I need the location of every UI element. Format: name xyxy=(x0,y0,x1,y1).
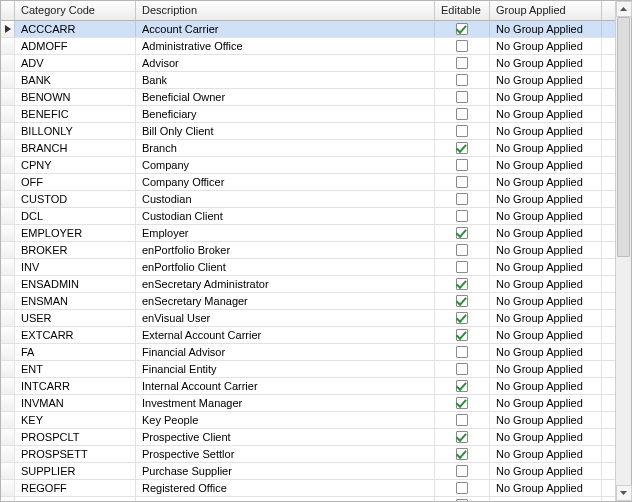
row-indicator[interactable] xyxy=(1,412,15,428)
cell-group-applied[interactable]: No Group Applied xyxy=(490,140,602,156)
cell-editable[interactable] xyxy=(435,157,490,173)
cell-description[interactable]: Key People xyxy=(136,412,435,428)
table-row[interactable]: FAFinancial AdvisorNo Group Applied xyxy=(1,344,615,361)
cell-category-code[interactable]: BROKER xyxy=(15,242,136,258)
row-indicator[interactable] xyxy=(1,38,15,54)
header-row-indicator[interactable] xyxy=(1,1,15,20)
cell-description[interactable]: Account Carrier xyxy=(136,21,435,37)
table-row[interactable]: ENSADMINenSecretary AdministratorNo Grou… xyxy=(1,276,615,293)
cell-category-code[interactable]: PROSPSETT xyxy=(15,446,136,462)
cell-group-applied[interactable]: No Group Applied xyxy=(490,123,602,139)
cell-editable[interactable] xyxy=(435,38,490,54)
table-row[interactable]: ACCCARRAccount CarrierNo Group Applied xyxy=(1,21,615,38)
row-indicator[interactable] xyxy=(1,463,15,479)
cell-group-applied[interactable]: No Group Applied xyxy=(490,293,602,309)
table-row[interactable]: SETTLORSettlorNo Group Applied xyxy=(1,497,615,501)
cell-category-code[interactable]: BANK xyxy=(15,72,136,88)
cell-description[interactable]: enPortfolio Broker xyxy=(136,242,435,258)
cell-description[interactable]: Settlor xyxy=(136,497,435,501)
cell-group-applied[interactable]: No Group Applied xyxy=(490,327,602,343)
row-indicator[interactable] xyxy=(1,293,15,309)
table-row[interactable]: INVMANInvestment ManagerNo Group Applied xyxy=(1,395,615,412)
table-row[interactable]: ENSMANenSecretary ManagerNo Group Applie… xyxy=(1,293,615,310)
cell-category-code[interactable]: INVMAN xyxy=(15,395,136,411)
cell-editable[interactable] xyxy=(435,497,490,501)
cell-editable[interactable] xyxy=(435,191,490,207)
cell-editable[interactable] xyxy=(435,378,490,394)
cell-group-applied[interactable]: No Group Applied xyxy=(490,480,602,496)
table-row[interactable]: EXTCARRExternal Account CarrierNo Group … xyxy=(1,327,615,344)
scroll-thumb[interactable] xyxy=(617,17,630,257)
row-indicator[interactable] xyxy=(1,242,15,258)
editable-checkbox[interactable] xyxy=(456,210,468,222)
cell-category-code[interactable]: FA xyxy=(15,344,136,360)
editable-checkbox[interactable] xyxy=(456,363,468,375)
editable-checkbox[interactable] xyxy=(456,448,468,460)
cell-description[interactable]: Registered Office xyxy=(136,480,435,496)
cell-editable[interactable] xyxy=(435,446,490,462)
table-row[interactable]: INTCARRInternal Account CarrierNo Group … xyxy=(1,378,615,395)
cell-editable[interactable] xyxy=(435,361,490,377)
cell-description[interactable]: Internal Account Carrier xyxy=(136,378,435,394)
cell-description[interactable]: Financial Advisor xyxy=(136,344,435,360)
editable-checkbox[interactable] xyxy=(456,431,468,443)
editable-checkbox[interactable] xyxy=(456,142,468,154)
table-row[interactable]: CPNYCompanyNo Group Applied xyxy=(1,157,615,174)
row-indicator[interactable] xyxy=(1,446,15,462)
header-editable[interactable]: Editable xyxy=(435,1,490,20)
cell-category-code[interactable]: ADMOFF xyxy=(15,38,136,54)
cell-group-applied[interactable]: No Group Applied xyxy=(490,89,602,105)
cell-description[interactable]: Investment Manager xyxy=(136,395,435,411)
row-indicator[interactable] xyxy=(1,106,15,122)
cell-description[interactable]: External Account Carrier xyxy=(136,327,435,343)
table-row[interactable]: BENOWNBeneficial OwnerNo Group Applied xyxy=(1,89,615,106)
cell-category-code[interactable]: PROSPCLT xyxy=(15,429,136,445)
cell-editable[interactable] xyxy=(435,276,490,292)
cell-group-applied[interactable]: No Group Applied xyxy=(490,344,602,360)
cell-description[interactable]: enSecretary Manager xyxy=(136,293,435,309)
editable-checkbox[interactable] xyxy=(456,244,468,256)
cell-group-applied[interactable]: No Group Applied xyxy=(490,497,602,501)
cell-editable[interactable] xyxy=(435,429,490,445)
cell-category-code[interactable]: INTCARR xyxy=(15,378,136,394)
row-indicator[interactable] xyxy=(1,310,15,326)
table-row[interactable]: BILLONLYBill Only ClientNo Group Applied xyxy=(1,123,615,140)
cell-group-applied[interactable]: No Group Applied xyxy=(490,21,602,37)
cell-group-applied[interactable]: No Group Applied xyxy=(490,446,602,462)
cell-category-code[interactable]: ENSMAN xyxy=(15,293,136,309)
row-indicator[interactable] xyxy=(1,429,15,445)
cell-group-applied[interactable]: No Group Applied xyxy=(490,208,602,224)
cell-group-applied[interactable]: No Group Applied xyxy=(490,38,602,54)
table-row[interactable]: OFFCompany OfficerNo Group Applied xyxy=(1,174,615,191)
cell-description[interactable]: Beneficial Owner xyxy=(136,89,435,105)
editable-checkbox[interactable] xyxy=(456,57,468,69)
cell-category-code[interactable]: REGOFF xyxy=(15,480,136,496)
cell-editable[interactable] xyxy=(435,123,490,139)
cell-group-applied[interactable]: No Group Applied xyxy=(490,429,602,445)
editable-checkbox[interactable] xyxy=(456,227,468,239)
cell-category-code[interactable]: CPNY xyxy=(15,157,136,173)
table-row[interactable]: EMPLOYEREmployerNo Group Applied xyxy=(1,225,615,242)
cell-group-applied[interactable]: No Group Applied xyxy=(490,72,602,88)
cell-group-applied[interactable]: No Group Applied xyxy=(490,174,602,190)
row-indicator[interactable] xyxy=(1,361,15,377)
cell-description[interactable]: Employer xyxy=(136,225,435,241)
cell-group-applied[interactable]: No Group Applied xyxy=(490,395,602,411)
editable-checkbox[interactable] xyxy=(456,329,468,341)
editable-checkbox[interactable] xyxy=(456,499,468,501)
table-row[interactable]: BRANCHBranchNo Group Applied xyxy=(1,140,615,157)
scroll-track[interactable] xyxy=(616,17,632,485)
cell-description[interactable]: Custodian xyxy=(136,191,435,207)
table-row[interactable]: BANKBankNo Group Applied xyxy=(1,72,615,89)
cell-category-code[interactable]: SETTLOR xyxy=(15,497,136,501)
header-category-code[interactable]: Category Code xyxy=(15,1,136,20)
cell-group-applied[interactable]: No Group Applied xyxy=(490,276,602,292)
table-row[interactable]: BROKERenPortfolio BrokerNo Group Applied xyxy=(1,242,615,259)
cell-editable[interactable] xyxy=(435,72,490,88)
cell-editable[interactable] xyxy=(435,55,490,71)
table-row[interactable]: DCLCustodian ClientNo Group Applied xyxy=(1,208,615,225)
cell-group-applied[interactable]: No Group Applied xyxy=(490,361,602,377)
row-indicator[interactable] xyxy=(1,344,15,360)
cell-description[interactable]: Bank xyxy=(136,72,435,88)
cell-category-code[interactable]: USER xyxy=(15,310,136,326)
